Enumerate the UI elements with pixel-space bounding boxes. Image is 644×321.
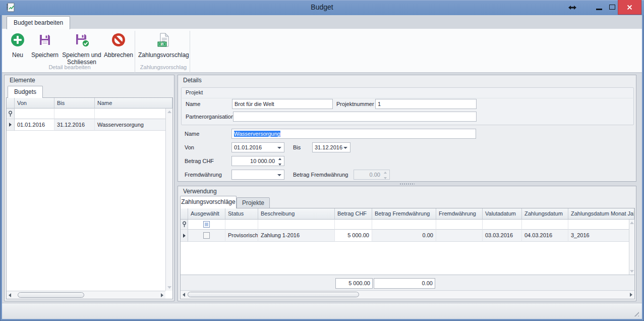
filter-cell-bis[interactable] (54, 109, 95, 119)
filter-cell-status[interactable] (225, 220, 258, 230)
ribbon: Neu Speichern Speichern und Schl (2, 29, 642, 73)
elemente-panel: Elemente Budgets Von Bis Name (4, 75, 174, 301)
filter-cell-ausgewaehlt[interactable] (188, 220, 225, 230)
chevron-down-icon[interactable] (343, 147, 347, 149)
column-header-valutadatum[interactable]: Valutadatum (483, 208, 522, 220)
projektnummer-field[interactable]: 1 (375, 99, 477, 109)
partnerorganisation-label: Partnerorganisation (186, 112, 234, 122)
no-entry-icon (110, 32, 127, 48)
betrag-chf-label: Betrag CHF (185, 156, 214, 166)
column-header-status[interactable]: Status (225, 208, 258, 220)
column-header-fremdwaehrung[interactable]: Fremdwährung (436, 208, 483, 220)
filter-cell-betrag-chf[interactable] (335, 220, 372, 230)
column-header-name[interactable]: Name (95, 98, 172, 109)
cell-status[interactable]: Provisorisch (225, 230, 258, 242)
filter-cell-betrag-fremdwaehrung[interactable] (372, 220, 436, 230)
abbrechen-button[interactable]: Abbrechen (104, 30, 133, 59)
tab-budgets[interactable]: Budgets (8, 86, 43, 98)
filter-cell-von[interactable] (15, 109, 54, 119)
name-field[interactable]: Wasserversorgung (231, 129, 476, 139)
spinner-buttons (382, 171, 389, 179)
close-button close-x-icon[interactable] (618, 0, 641, 15)
von-date-combo[interactable]: 01.01.2016 (231, 142, 284, 152)
projekt-name-field[interactable]: Brot für die Welt (232, 99, 333, 109)
splitter-handle[interactable] (178, 182, 636, 186)
cell-name[interactable]: Wasserversorgung (95, 119, 172, 131)
cell-beschreibung[interactable]: Zahlung 1-2016 (258, 230, 335, 242)
fremdwaehrung-label: Fremdwährung (185, 170, 222, 180)
details-caption: Details (183, 77, 202, 84)
column-header-betrag-chf[interactable]: Betrag CHF (335, 208, 372, 220)
plus-circle-icon (10, 32, 26, 48)
ribbon-group-label-zahlungsvorschlag: Zahlungsvorschlag (138, 64, 189, 70)
filter-cell-valutadatum[interactable] (483, 220, 522, 230)
cell-betrag-fremdwaehrung[interactable]: 0.00 (372, 230, 436, 242)
speichern-button[interactable]: Speichern (30, 30, 60, 59)
partnerorganisation-field[interactable] (233, 112, 477, 122)
maximize-button maximize-icon[interactable] (609, 5, 615, 10)
tab-zahlungsvorschlaege[interactable]: Zahlungsvorschläge (180, 196, 237, 208)
abbrechen-button-label: Abbrechen (104, 51, 133, 59)
horizontal-scrollbar[interactable] (181, 290, 634, 299)
floppy-disk-icon (37, 32, 53, 48)
betrag-chf-spinner[interactable]: 10 000.00 (231, 156, 284, 166)
zahlungsvorschlag-button[interactable]: $ Zahlungsvorschlag (138, 30, 189, 59)
ribbon-tabstrip: Budget bearbeiten (2, 15, 642, 29)
window-resize-button horizontal-arrows-icon[interactable] (567, 4, 577, 11)
ribbon-tab-budget-bearbeiten[interactable]: Budget bearbeiten (7, 16, 70, 29)
spinner-buttons[interactable] (277, 157, 283, 165)
betrag-fremdwaehrung-label: Betrag Fremdwährung (293, 170, 348, 180)
filter-cell-beschreibung[interactable] (258, 220, 335, 230)
bis-date-combo[interactable]: 31.12.2016 (312, 142, 350, 152)
column-header-zahlungsdatum[interactable]: Zahlungsdatum (522, 208, 568, 220)
filter-checkbox-indeterminate[interactable] (203, 221, 210, 228)
checkbox-unchecked[interactable] (203, 232, 210, 239)
filter-cell-fremdwaehrung[interactable] (436, 220, 483, 230)
column-header-betrag-fremdwaehrung[interactable]: Betrag Fremdwährung (372, 208, 436, 220)
zahlungsvorschlag-button-label: Zahlungsvorschlag (138, 51, 189, 59)
resize-grip-icon[interactable] (632, 310, 639, 316)
fremdwaehrung-combo[interactable] (231, 170, 284, 180)
floppy-disk-check-icon (74, 32, 90, 48)
cell-von[interactable]: 01.01.2016 (15, 119, 54, 131)
chevron-down-icon[interactable] (277, 147, 281, 149)
zahlungsvorschlaege-grid: Ausgewählt Status Beschreibung Betrag CH… (180, 208, 635, 299)
bis-label: Bis (293, 142, 301, 152)
vertical-scrollbar[interactable] (165, 109, 172, 291)
verwendung-caption: Verwendung (183, 188, 217, 195)
column-header-beschreibung[interactable]: Beschreibung (258, 208, 335, 220)
cell-bis[interactable]: 31.12.2016 (54, 119, 95, 131)
neu-button[interactable]: Neu (6, 30, 29, 59)
vertical-scrollbar[interactable] (629, 220, 634, 275)
betrag-chf-value: 10 000.00 (250, 158, 275, 164)
cell-zahlungsdatum-monat-jahr[interactable]: 3_2016 (568, 230, 634, 242)
cell-zahlungsdatum[interactable]: 04.03.2016 (522, 230, 568, 242)
cell-valutadatum[interactable]: 03.03.2016 (483, 230, 522, 242)
filter-cell-zahlungsdatum[interactable] (522, 220, 568, 230)
filter-cell-name[interactable] (95, 109, 172, 119)
cell-fremdwaehrung[interactable] (436, 230, 483, 242)
auto-filter-row (181, 220, 634, 230)
row-indicator right-arrow-icon (181, 230, 188, 242)
cell-betrag-chf[interactable]: 5 000.00 (335, 230, 372, 242)
elemente-caption: Elemente (10, 77, 35, 84)
titlebar[interactable]: Budget (0, 0, 644, 15)
filter-cell-zahlungsdatum-monat-jahr[interactable] (568, 220, 634, 230)
projekt-groupbox: Projekt Name Brot für die Welt Projektnu… (181, 87, 634, 125)
bis-date-value: 31.12.2016 (315, 144, 342, 150)
horizontal-scrollbar[interactable] (7, 291, 165, 299)
speichern-button-label: Speichern (30, 51, 60, 59)
table-row[interactable]: 01.01.2016 31.12.2016 Wasserversorgung (7, 119, 172, 131)
chevron-down-icon[interactable] (277, 174, 281, 176)
tab-projekte[interactable]: Projekte (237, 197, 270, 208)
pin-icon (8, 111, 13, 117)
minimize-button minimize-icon[interactable] (596, 9, 602, 10)
column-header-von[interactable]: Von (15, 98, 54, 109)
table-row[interactable]: Provisorisch Zahlung 1-2016 5 000.00 0.0… (181, 230, 634, 242)
column-header-bis[interactable]: Bis (54, 98, 95, 109)
column-header-ausgewaehlt[interactable]: Ausgewählt (188, 208, 225, 220)
speichern-und-schliessen-button[interactable]: Speichern und Schliessen (60, 30, 104, 66)
column-header-zahlungsdatum-monat-jahr[interactable]: Zahlungsdatum Monat Jah (568, 208, 634, 220)
cell-ausgewaehlt[interactable] (188, 230, 225, 242)
up-arrow-icon (278, 158, 281, 160)
